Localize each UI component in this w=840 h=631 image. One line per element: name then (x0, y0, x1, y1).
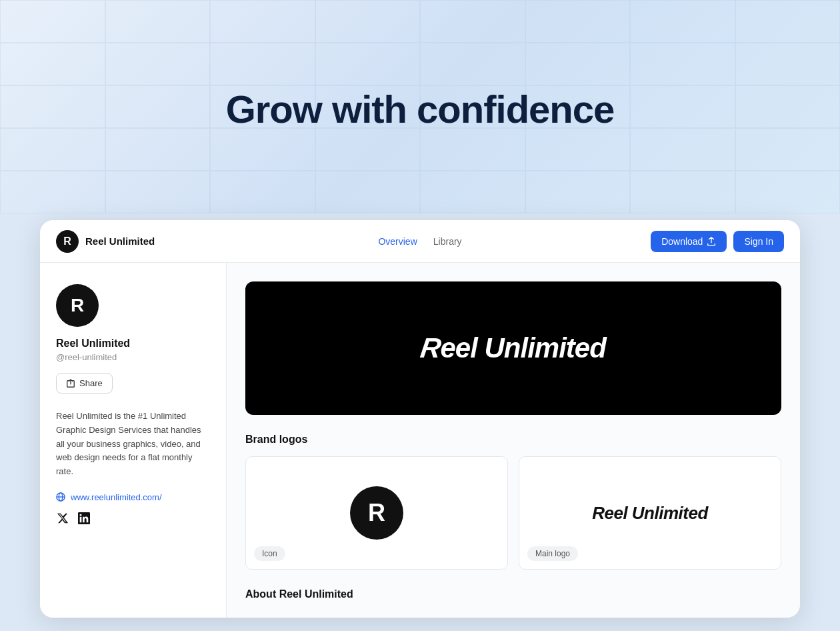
hero-banner-text: Reel Unlimited (421, 332, 606, 364)
nav-link-library[interactable]: Library (433, 236, 462, 247)
grid-cell (630, 128, 735, 171)
logo-card-wordmark: Reel Unlimited Main logo (519, 456, 781, 570)
grid-cell (0, 171, 105, 213)
grid-cell (630, 0, 735, 43)
sidebar-website-link[interactable]: www.reelunlimited.com/ (56, 492, 210, 502)
share-label: Share (79, 378, 103, 388)
grid-cell (210, 171, 315, 213)
share-button[interactable]: Share (56, 373, 113, 394)
main-content: R Reel Unlimited @reel-unlimited Share R… (40, 263, 800, 618)
grid-cell (0, 43, 105, 85)
grid-cell (525, 128, 631, 171)
grid-cell (210, 0, 315, 43)
grid-cell (420, 171, 525, 213)
grid-cell (420, 43, 525, 85)
grid-cell (315, 128, 421, 171)
logo-wordmark-badge: Main logo (527, 546, 578, 561)
nav-actions: Download Sign In (541, 231, 784, 252)
grid-cell (315, 43, 421, 85)
nav-link-overview[interactable]: Overview (378, 236, 417, 247)
app-card: R Reel Unlimited Overview Library Downlo… (40, 220, 800, 618)
grid-cell (315, 0, 421, 43)
logo-card-icon: R Icon (245, 456, 508, 570)
grid-cell (630, 171, 735, 213)
brand-nav-icon: R (56, 230, 79, 253)
logo-wordmark: Reel Unlimited (592, 503, 708, 524)
grid-cell (0, 0, 105, 43)
top-nav: R Reel Unlimited Overview Library Downlo… (40, 220, 800, 263)
grid-cell (105, 171, 211, 213)
grid-cell (735, 128, 841, 171)
about-title: About Reel Unlimited (245, 588, 781, 600)
grid-cell (105, 43, 211, 85)
brand-nav-name: Reel Unlimited (85, 235, 155, 247)
logo-icon-badge: Icon (254, 546, 285, 561)
twitter-icon[interactable] (56, 512, 69, 525)
hero-title: Grow with confidence (0, 87, 840, 131)
grid-cell (315, 171, 421, 213)
sidebar-brand-name: Reel Unlimited (56, 338, 210, 350)
globe-icon (56, 492, 65, 502)
grid-cell (210, 128, 315, 171)
sidebar: R Reel Unlimited @reel-unlimited Share R… (40, 263, 227, 618)
share-icon (66, 379, 75, 388)
sidebar-handle: @reel-unlimited (56, 352, 210, 362)
grid-cell (0, 128, 105, 171)
grid-cell (735, 0, 841, 43)
grid-cell (525, 0, 631, 43)
grid-cell (630, 43, 735, 85)
upload-icon (707, 237, 716, 246)
grid-cell (105, 0, 211, 43)
grid-cell (210, 43, 315, 85)
signin-button[interactable]: Sign In (733, 231, 784, 252)
nav-links: Overview Library (299, 236, 541, 247)
grid-cell (735, 171, 841, 213)
sidebar-description: Reel Unlimited is the #1 Unlimited Graph… (56, 410, 210, 479)
logo-grid: R Icon Reel Unlimited Main logo (245, 456, 781, 570)
content-panel: Reel Unlimited Brand logos R Icon Reel U… (227, 263, 800, 618)
grid-cell (735, 43, 841, 85)
grid-cell (420, 0, 525, 43)
sidebar-socials (56, 512, 210, 525)
grid-cell (420, 128, 525, 171)
download-button[interactable]: Download (651, 231, 727, 252)
brand-logos-title: Brand logos (245, 434, 781, 446)
brand-logo-area: R Reel Unlimited (56, 230, 299, 253)
grid-cell (105, 128, 211, 171)
sidebar-avatar: R (56, 284, 99, 327)
linkedin-icon[interactable] (77, 512, 91, 525)
download-label: Download (661, 236, 703, 247)
hero-banner: Reel Unlimited (245, 281, 781, 415)
grid-cell (525, 43, 631, 85)
logo-icon-large: R (350, 486, 403, 540)
grid-cell (525, 171, 631, 213)
